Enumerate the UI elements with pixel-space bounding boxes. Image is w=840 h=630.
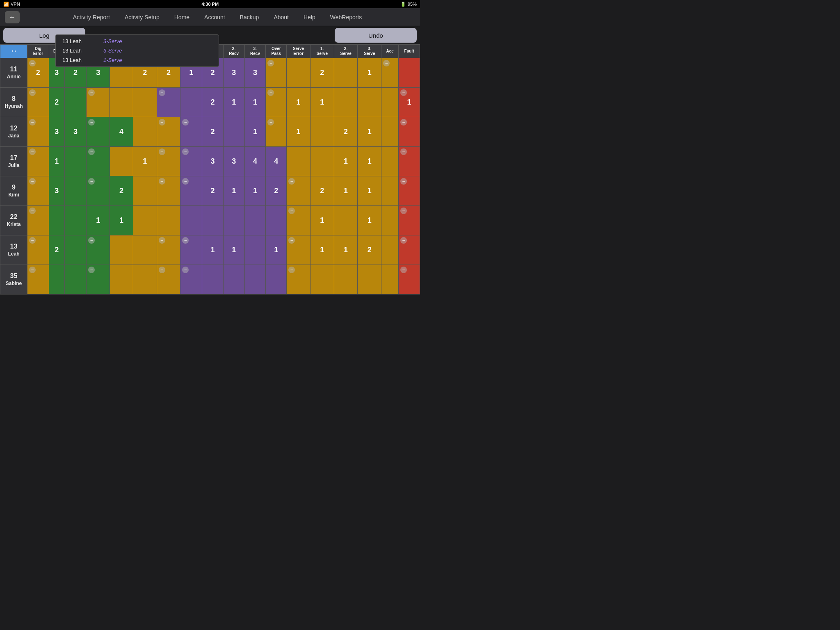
cell-3-17[interactable]: − — [399, 147, 420, 176]
cell-7-3[interactable]: − — [87, 265, 110, 294]
cell-4-0[interactable]: − — [27, 176, 49, 206]
cell-6-13[interactable]: 1 — [310, 235, 334, 265]
cell-6-2[interactable] — [64, 235, 87, 265]
cell-6-5[interactable] — [133, 235, 157, 265]
cell-3-0[interactable]: − — [27, 147, 49, 176]
cell-6-3[interactable]: − — [87, 235, 110, 265]
cell-1-17[interactable]: −1 — [399, 88, 420, 117]
cell-2-4[interactable]: 4 — [110, 117, 133, 147]
cell-3-12[interactable] — [287, 147, 310, 176]
cell-7-2[interactable] — [64, 265, 87, 294]
cell-4-17[interactable]: − — [399, 176, 420, 206]
cell-4-9[interactable]: 1 — [223, 176, 244, 206]
cell-3-3[interactable]: − — [87, 147, 110, 176]
cell-6-0[interactable]: − — [27, 235, 49, 265]
cell-3-14[interactable]: 1 — [334, 147, 358, 176]
cell-7-13[interactable] — [310, 265, 334, 294]
cell-4-6[interactable]: − — [157, 176, 180, 206]
cell-4-7[interactable]: − — [180, 176, 202, 206]
cell-2-14[interactable]: 2 — [334, 117, 358, 147]
cell-5-12[interactable]: − — [287, 206, 310, 235]
cell-3-15[interactable]: 1 — [358, 147, 381, 176]
cell-1-5[interactable] — [133, 88, 157, 117]
cell-2-6[interactable]: − — [157, 117, 180, 147]
cell-5-3[interactable]: 1 — [87, 206, 110, 235]
player-cell-2[interactable]: 12Jana — [0, 117, 27, 147]
cell-4-12[interactable]: − — [287, 176, 310, 206]
cell-4-14[interactable]: 1 — [334, 176, 358, 206]
cell-1-6[interactable]: − — [157, 88, 180, 117]
cell-6-17[interactable]: − — [399, 235, 420, 265]
cell-5-7[interactable] — [180, 206, 202, 235]
undo-button[interactable]: Undo — [335, 28, 417, 43]
cell-5-14[interactable] — [334, 206, 358, 235]
cell-3-8[interactable]: 3 — [202, 147, 224, 176]
cell-5-1[interactable] — [49, 206, 64, 235]
cell-3-2[interactable] — [64, 147, 87, 176]
cell-1-2[interactable] — [64, 88, 87, 117]
cell-7-5[interactable] — [133, 265, 157, 294]
cell-5-4[interactable]: 1 — [110, 206, 133, 235]
cell-1-8[interactable]: 2 — [202, 88, 224, 117]
cell-1-12[interactable]: 1 — [287, 88, 310, 117]
nav-help[interactable]: Help — [296, 14, 323, 21]
cell-6-16[interactable] — [381, 235, 399, 265]
cell-5-10[interactable] — [244, 206, 266, 235]
cell-4-3[interactable]: − — [87, 176, 110, 206]
cell-0-13[interactable]: 2 — [310, 58, 334, 88]
cell-3-5[interactable]: 1 — [133, 147, 157, 176]
cell-7-17[interactable]: − — [399, 265, 420, 294]
cell-5-0[interactable]: − — [27, 206, 49, 235]
dropdown-item-0[interactable]: 13 Leah 3-Serve — [56, 37, 219, 46]
cell-6-9[interactable]: 1 — [223, 235, 244, 265]
cell-2-11[interactable]: − — [266, 117, 287, 147]
cell-1-16[interactable] — [381, 88, 399, 117]
player-cell-5[interactable]: 22Krista — [0, 206, 27, 235]
cell-1-11[interactable]: − — [266, 88, 287, 117]
cell-7-4[interactable] — [110, 265, 133, 294]
cell-6-11[interactable]: 1 — [266, 235, 287, 265]
player-cell-1[interactable]: 8Hyunah — [0, 88, 27, 117]
cell-1-10[interactable]: 1 — [244, 88, 266, 117]
player-cell-4[interactable]: 9Kimi — [0, 176, 27, 206]
nav-webreports[interactable]: WebReports — [323, 14, 370, 21]
cell-4-10[interactable]: 1 — [244, 176, 266, 206]
cell-2-9[interactable] — [223, 117, 244, 147]
cell-5-8[interactable] — [202, 206, 224, 235]
cell-0-0[interactable]: −2 — [27, 58, 49, 88]
cell-0-10[interactable]: 3 — [244, 58, 266, 88]
cell-3-16[interactable] — [381, 147, 399, 176]
cell-0-11[interactable]: − — [266, 58, 287, 88]
dropdown-item-2[interactable]: 13 Leah 1-Serve — [56, 55, 219, 65]
cell-0-16[interactable]: − — [381, 58, 399, 88]
cell-0-17[interactable] — [399, 58, 420, 88]
cell-4-1[interactable]: 3 — [49, 176, 64, 206]
cell-4-8[interactable]: 2 — [202, 176, 224, 206]
player-cell-0[interactable]: 11Annie — [0, 58, 27, 88]
cell-6-14[interactable]: 1 — [334, 235, 358, 265]
cell-4-16[interactable] — [381, 176, 399, 206]
cell-7-0[interactable]: − — [27, 265, 49, 294]
cell-5-6[interactable] — [157, 206, 180, 235]
cell-3-13[interactable] — [310, 147, 334, 176]
player-cell-7[interactable]: 35Sabine — [0, 265, 27, 294]
cell-7-9[interactable] — [223, 265, 244, 294]
cell-3-4[interactable] — [110, 147, 133, 176]
cell-2-16[interactable] — [381, 117, 399, 147]
nav-backup[interactable]: Backup — [233, 14, 267, 21]
cell-6-1[interactable]: 2 — [49, 235, 64, 265]
cell-4-5[interactable] — [133, 176, 157, 206]
cell-7-10[interactable] — [244, 265, 266, 294]
cell-5-5[interactable] — [133, 206, 157, 235]
cell-1-0[interactable]: − — [27, 88, 49, 117]
cell-2-13[interactable] — [310, 117, 334, 147]
cell-2-10[interactable]: 1 — [244, 117, 266, 147]
cell-0-12[interactable] — [287, 58, 310, 88]
nav-about[interactable]: About — [266, 14, 296, 21]
cell-7-7[interactable]: − — [180, 265, 202, 294]
cell-0-9[interactable]: 3 — [223, 58, 244, 88]
cell-5-2[interactable] — [64, 206, 87, 235]
cell-6-4[interactable] — [110, 235, 133, 265]
cell-7-12[interactable]: − — [287, 265, 310, 294]
cell-2-2[interactable]: 3 — [64, 117, 87, 147]
